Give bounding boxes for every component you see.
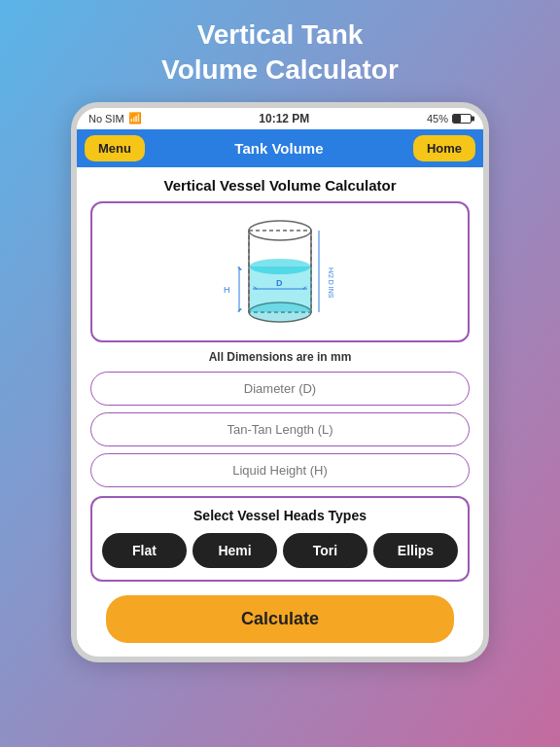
battery-percent: 45% [427,113,448,124]
nav-title: Tank Volume [145,140,413,157]
heads-buttons: Flat Hemi Tori Ellips [102,533,458,568]
menu-button[interactable]: Menu [85,135,145,161]
carrier-label: No SIM [88,113,124,124]
nav-bar: Menu Tank Volume Home [77,129,483,167]
svg-text:D: D [276,278,283,288]
svg-text:H/2 D INS: H/2 D INS [328,267,334,299]
hemi-head-button[interactable]: Hemi [192,533,277,568]
vessel-heads-box: Select Vessel Heads Types Flat Hemi Tori… [90,496,470,582]
wifi-icon: 📶 [128,112,142,124]
battery-icon [452,114,472,124]
vessel-heads-title: Select Vessel Heads Types [102,508,458,523]
svg-point-6 [250,259,311,274]
flat-head-button[interactable]: Flat [102,533,187,568]
home-button[interactable]: Home [413,135,475,161]
app-content: Vertical Vessel Volume Calculator [77,167,483,657]
page-title: Vertical Tank Volume Calculator [161,18,399,89]
main-section-title: Vertical Vessel Volume Calculator [163,177,396,194]
svg-text:H: H [224,285,230,295]
liquid-height-input[interactable] [90,453,470,487]
tank-diagram: D H/2 D INS H [202,213,358,330]
tablet-frame: No SIM 📶 10:12 PM 45% Menu Tank Volume H… [71,102,489,662]
tank-diagram-box: D H/2 D INS H [90,201,470,342]
ellips-head-button[interactable]: Ellips [373,533,458,568]
status-bar: No SIM 📶 10:12 PM 45% [77,108,483,129]
time-label: 10:12 PM [259,112,309,125]
dimensions-note: All Dimensions are in mm [209,350,352,364]
tan-tan-input[interactable] [90,412,470,446]
calculate-button[interactable]: Calculate [106,595,455,643]
svg-point-7 [250,303,311,322]
tori-head-button[interactable]: Tori [283,533,368,568]
diameter-input[interactable] [90,372,470,406]
